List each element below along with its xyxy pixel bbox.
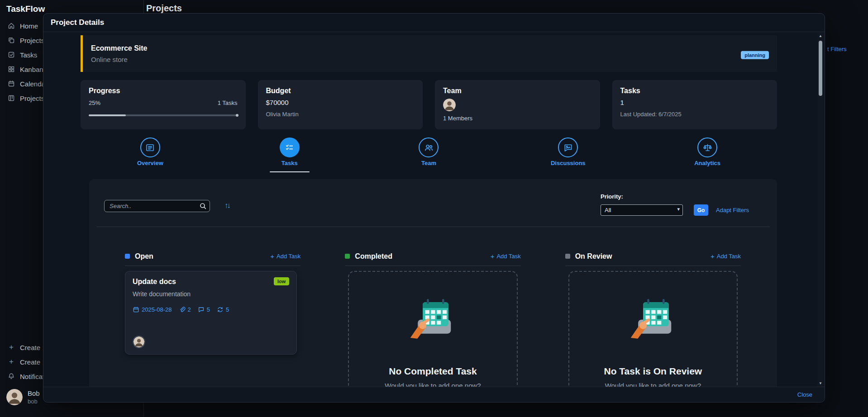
tasks-card: Tasks 1 Last Updated: 6/7/2025 [612, 80, 777, 129]
sidebar-item-label: Projects [20, 95, 44, 102]
tasks-count: 1 [620, 99, 769, 106]
due-date: 2025-08-28 [133, 306, 172, 313]
tab-team[interactable]: Team [359, 137, 499, 172]
team-title: Team [443, 87, 592, 95]
app-screen: TaskFlow Home Projects Tasks Kanban Cale… [0, 0, 868, 417]
team-member-avatar [443, 99, 456, 111]
project-summary-band: Ecommerce Site Online store planning [81, 35, 777, 72]
sort-button[interactable]: ↑↓ [224, 200, 229, 212]
scroll-down-icon[interactable]: ▼ [817, 381, 824, 385]
progress-percent: 25% [89, 100, 100, 106]
progress-fill [89, 114, 126, 116]
comment-icon [198, 306, 205, 313]
column-color-dot [125, 254, 130, 259]
modal-body: Ecommerce Site Online store planning Pro… [43, 33, 825, 387]
progress-title: Progress [89, 87, 238, 95]
overview-icon [140, 137, 160, 157]
active-tab-underline [270, 171, 310, 172]
sidebar-item-label: Kanban [20, 66, 43, 73]
home-icon [8, 22, 15, 29]
task-meta: 2025-08-28 2 5 [133, 306, 289, 313]
user-avatar [6, 389, 23, 405]
scrollbar-thumb[interactable] [819, 41, 822, 96]
kanban-board: Open + Add Task Update docs low Writ [125, 247, 741, 387]
sidebar-item-label: Projects [20, 37, 44, 44]
progress-card: Progress 25% 1 Tasks [81, 80, 246, 129]
user-handle: bob [28, 398, 40, 405]
empty-title: No Completed Task [349, 366, 516, 377]
add-task-open-button[interactable]: + Add Task [270, 253, 300, 260]
modal-header: Project Details [43, 14, 825, 32]
team-icon [419, 137, 439, 157]
budget-owner: Olivia Martin [266, 111, 415, 118]
plus-icon: + [8, 358, 15, 365]
sidebar-item-label: Home [20, 22, 38, 30]
column-open-header: Open + Add Task [125, 247, 300, 266]
paperclip-icon [179, 306, 186, 313]
analytics-scale-icon [697, 137, 717, 157]
priority-badge: low [274, 277, 289, 285]
modal-scrollbar[interactable]: ▲ ▼ [817, 33, 824, 387]
column-on-review: On Review + Add Task [565, 247, 741, 387]
plus-icon: + [491, 253, 495, 259]
empty-title: No Task is On Review [569, 366, 737, 377]
task-description: Write documentation [133, 290, 289, 298]
budget-title: Budget [266, 87, 415, 95]
plus-icon: + [270, 253, 274, 259]
project-description: Online store [91, 56, 777, 63]
tab-discussions[interactable]: Discussions [498, 137, 638, 172]
calendar-illustration [404, 297, 462, 339]
task-card[interactable]: Update docs low Write documentation 2025… [125, 271, 297, 355]
grid-icon [8, 66, 15, 73]
check-square-icon [8, 51, 15, 58]
budget-amount: $70000 [266, 99, 415, 106]
tasks-last-updated: Last Updated: 6/7/2025 [620, 111, 769, 118]
tab-tasks[interactable]: Tasks [220, 137, 359, 172]
modal-footer: Close [43, 387, 825, 402]
add-task-on-review-button[interactable]: + Add Task [711, 253, 741, 260]
background-filters-link[interactable]: t Filters [827, 46, 847, 52]
tab-analytics[interactable]: Analytics [638, 137, 777, 172]
adapt-filters-link[interactable]: Adapt Filters [716, 207, 749, 213]
calendar-illustration [624, 297, 682, 339]
empty-state-on-review: No Task is On Review Would you like to a… [568, 271, 738, 387]
sidebar-item-label: Create [20, 358, 40, 366]
add-task-completed-button[interactable]: + Add Task [491, 253, 521, 260]
modal-title: Project Details [51, 18, 104, 27]
recurrence-icon [217, 306, 224, 313]
column-on-review-header: On Review + Add Task [565, 247, 741, 266]
priority-select[interactable]: All [601, 204, 683, 216]
project-details-modal: Project Details Ecommerce Site Online st… [43, 13, 825, 403]
progress-dot [236, 114, 238, 117]
column-color-dot [565, 254, 570, 259]
empty-state-completed: No Completed Task Would you like to add … [348, 271, 517, 387]
empty-subtitle: Would you like to add one now? [569, 382, 737, 387]
calendar-icon [8, 80, 15, 87]
bell-icon [8, 373, 15, 380]
plus-icon: + [711, 253, 715, 259]
comments-count: 5 [198, 306, 210, 313]
team-members-count: 1 Members [443, 115, 592, 122]
empty-subtitle: Would you like to add one now? [349, 382, 516, 387]
task-title: Update docs [133, 277, 176, 286]
column-open: Open + Add Task Update docs low Writ [125, 247, 300, 387]
search-input[interactable] [104, 200, 210, 212]
scroll-up-icon[interactable]: ▲ [817, 34, 824, 38]
board-icon [8, 95, 15, 102]
tab-overview[interactable]: Overview [81, 137, 220, 172]
toolbar-divider [96, 227, 770, 227]
attachments-count: 2 [179, 306, 191, 313]
progress-tasks: 1 Tasks [218, 100, 238, 106]
progress-bar [89, 114, 238, 116]
close-button[interactable]: Close [797, 391, 812, 398]
project-name: Ecommerce Site [91, 44, 777, 52]
tasks-checklist-icon [280, 137, 300, 157]
budget-card: Budget $70000 Olivia Martin [258, 80, 423, 129]
user-name: Bob [28, 389, 40, 398]
discussions-icon [558, 137, 578, 157]
go-button[interactable]: Go [694, 204, 708, 216]
calendar-icon [133, 306, 139, 313]
tasks-panel: ↑↓ Priority: All ▾ Go Adapt Filters [89, 179, 777, 387]
stats-row: Progress 25% 1 Tasks Budget $70000 Olivi… [81, 80, 777, 129]
sidebar-item-label: Create [20, 344, 40, 351]
